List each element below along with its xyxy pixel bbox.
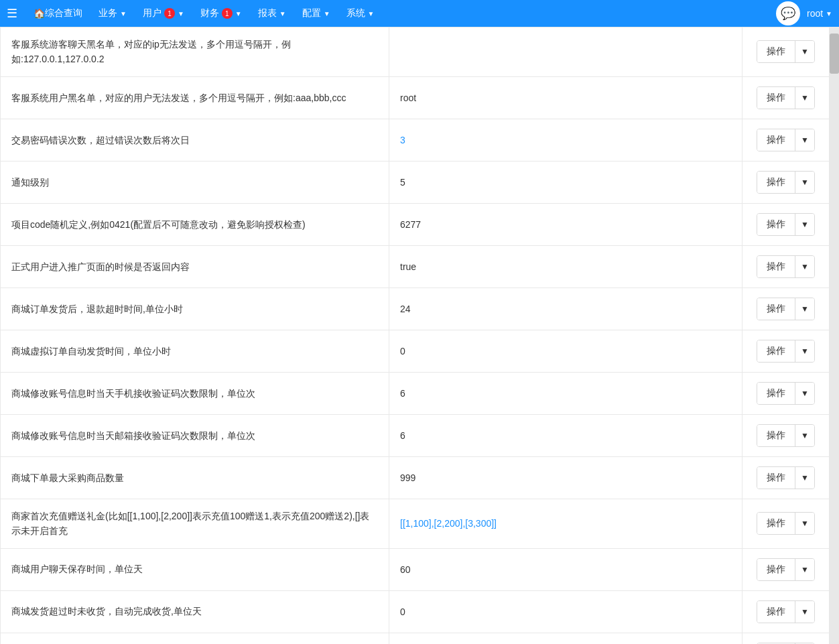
config-description: 客服系统游客聊天黑名单，对应的ip无法发送，多个用逗号隔开，例如:127.0.0… [1, 27, 389, 77]
config-description: 商城发货超过时未收货，自动完成收货,单位天 [1, 590, 389, 633]
action-button[interactable]: 操作 [757, 256, 795, 277]
users-badge: 1 [164, 8, 175, 19]
nav-item-business[interactable]: 业务 ▼ [90, 0, 135, 27]
config-description: 商城用户聊天保存时间，单位天 [1, 548, 389, 590]
nav-item-finance[interactable]: 财务 1 ▼ [192, 0, 250, 27]
action-button[interactable]: 操作 [757, 383, 795, 404]
config-value: 3 [389, 119, 743, 161]
config-description: 商家首次充值赠送礼金(比如[[1,100],[2,200]]表示充值100赠送1… [1, 499, 389, 548]
action-dropdown-button[interactable]: ▼ [795, 601, 814, 623]
config-description: 商城修改账号信息时当天手机接收验证码次数限制，单位次 [1, 372, 389, 414]
config-value: 60 [389, 548, 743, 590]
config-value: 6277 [389, 203, 743, 245]
chevron-down-icon: ▼ [279, 10, 286, 17]
action-dropdown-button[interactable]: ▼ [795, 340, 814, 362]
nav-item-users[interactable]: 用户 1 ▼ [135, 0, 192, 27]
action-group: 操作▼ [757, 171, 815, 194]
action-button[interactable]: 操作 [757, 513, 795, 534]
config-value: 5 [389, 161, 743, 203]
config-value: [[1,100],[2,200],[3,300]] [389, 499, 743, 548]
chat-icon: 💬 [781, 6, 795, 21]
chat-button[interactable]: 💬 [776, 1, 800, 25]
config-description: 交易密码错误次数，超过错误次数后将次日 [1, 119, 389, 161]
action-group: 操作▼ [757, 86, 815, 109]
config-description: 商城订单完成收货后，自动释放冻结资金,单位小时 [1, 633, 389, 644]
action-button[interactable]: 操作 [757, 559, 795, 580]
action-cell: 操作▼ [743, 119, 830, 161]
table-row: 项目code随机定义,例如0421(配置后不可随意改动，避免影响授权检查)627… [1, 203, 830, 245]
action-dropdown-button[interactable]: ▼ [795, 256, 814, 277]
chevron-down-icon: ▼ [235, 10, 242, 17]
action-button[interactable]: 操作 [757, 214, 795, 235]
action-group: 操作▼ [757, 40, 815, 63]
action-dropdown-button[interactable]: ▼ [795, 298, 814, 320]
username-label: root [807, 8, 823, 19]
action-button[interactable]: 操作 [757, 41, 795, 62]
table-row: 交易密码错误次数，超过错误次数后将次日3操作▼ [1, 119, 830, 161]
action-group: 操作▼ [757, 600, 815, 623]
action-button[interactable]: 操作 [757, 601, 795, 623]
action-group: 操作▼ [757, 512, 815, 535]
table-row: 商城下单最大采购商品数量999操作▼ [1, 456, 830, 499]
config-description: 商城虚拟订单自动发货时间，单位小时 [1, 330, 389, 372]
action-button[interactable]: 操作 [757, 425, 795, 446]
nav-reports-label: 报表 [258, 7, 277, 19]
action-dropdown-button[interactable]: ▼ [795, 41, 814, 62]
table-row: 正式用户进入推广页面的时候是否返回内容true操作▼ [1, 245, 830, 287]
nav-system-label: 系统 [346, 7, 365, 19]
table-row: 通知级别5操作▼ [1, 161, 830, 203]
action-cell: 操作▼ [743, 456, 830, 499]
scroll-thumb[interactable] [830, 34, 839, 74]
nav-finance-label: 财务 [200, 7, 219, 19]
action-dropdown-button[interactable]: ▼ [795, 467, 814, 489]
config-value: 24 [389, 287, 743, 330]
main-content: 客服系统游客聊天黑名单，对应的ip无法发送，多个用逗号隔开，例如:127.0.0… [0, 27, 830, 644]
nav-item-dashboard[interactable]: 🏠 综合查询 [25, 0, 90, 27]
chevron-down-icon: ▼ [324, 10, 330, 17]
table-row: 客服系统游客聊天黑名单，对应的ip无法发送，多个用逗号隔开，例如:127.0.0… [1, 27, 830, 77]
nav-item-reports[interactable]: 报表 ▼ [250, 0, 294, 27]
scrollbar[interactable] [830, 27, 839, 644]
action-dropdown-button[interactable]: ▼ [795, 559, 814, 580]
chevron-down-icon: ▼ [826, 10, 832, 17]
action-dropdown-button[interactable]: ▼ [795, 214, 814, 235]
action-button[interactable]: 操作 [757, 87, 795, 109]
action-dropdown-button[interactable]: ▼ [795, 87, 814, 109]
user-menu[interactable]: root ▼ [807, 8, 832, 19]
config-description: 商城订单发货后，退款超时时间,单位小时 [1, 287, 389, 330]
action-dropdown-button[interactable]: ▼ [795, 129, 814, 151]
config-description: 正式用户进入推广页面的时候是否返回内容 [1, 245, 389, 287]
action-cell: 操作▼ [743, 499, 830, 548]
nav-item-system[interactable]: 系统 ▼ [338, 0, 383, 27]
action-cell: 操作▼ [743, 633, 830, 644]
action-group: 操作▼ [757, 424, 815, 447]
config-value: 999 [389, 456, 743, 499]
action-button[interactable]: 操作 [757, 172, 795, 193]
action-dropdown-button[interactable]: ▼ [795, 425, 814, 446]
nav-item-config[interactable]: 配置 ▼ [294, 0, 338, 27]
chevron-down-icon: ▼ [178, 10, 184, 17]
config-value: 0 [389, 633, 743, 644]
config-description: 项目code随机定义,例如0421(配置后不可随意改动，避免影响授权检查) [1, 203, 389, 245]
table-row: 商城修改账号信息时当天邮箱接收验证码次数限制，单位次6操作▼ [1, 414, 830, 456]
action-button[interactable]: 操作 [757, 467, 795, 489]
action-dropdown-button[interactable]: ▼ [795, 172, 814, 193]
action-button[interactable]: 操作 [757, 340, 795, 362]
table-row: 客服系统用户黑名单，对应的用户无法发送，多个用逗号隔开，例如:aaa,bbb,c… [1, 76, 830, 119]
action-dropdown-button[interactable]: ▼ [795, 513, 814, 534]
action-group: 操作▼ [757, 466, 815, 489]
config-description: 客服系统用户黑名单，对应的用户无法发送，多个用逗号隔开，例如:aaa,bbb,c… [1, 76, 389, 119]
nav-business-label: 业务 [99, 7, 117, 19]
config-value: 0 [389, 330, 743, 372]
nav-config-label: 配置 [302, 7, 321, 19]
chevron-down-icon: ▼ [120, 10, 127, 17]
nav-users-label: 用户 [143, 7, 162, 19]
action-dropdown-button[interactable]: ▼ [795, 383, 814, 404]
menu-toggle-icon[interactable]: ☰ [7, 6, 17, 21]
action-group: 操作▼ [757, 298, 815, 320]
table-row: 商家首次充值赠送礼金(比如[[1,100],[2,200]]表示充值100赠送1… [1, 499, 830, 548]
action-button[interactable]: 操作 [757, 298, 795, 320]
action-group: 操作▼ [757, 340, 815, 363]
home-icon: 🏠 [34, 8, 45, 19]
action-button[interactable]: 操作 [757, 129, 795, 151]
